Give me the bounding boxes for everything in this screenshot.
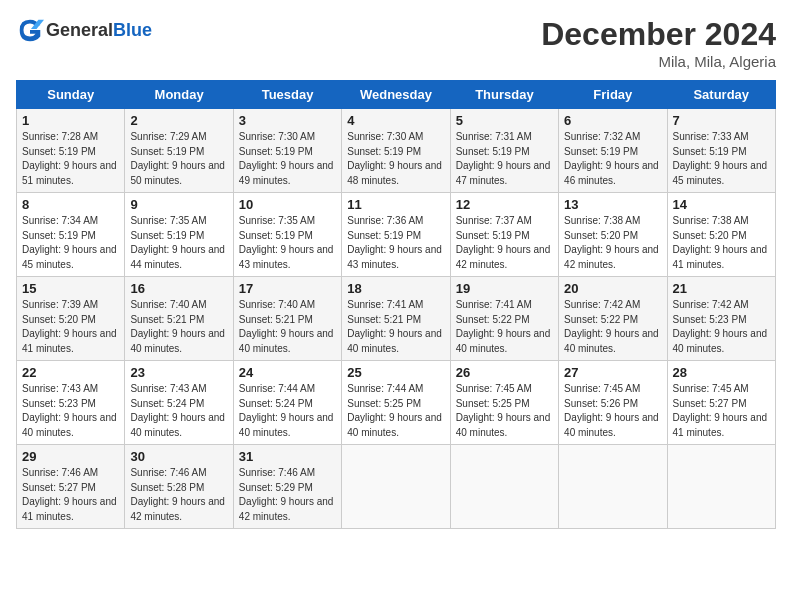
day-of-week-header: Saturday	[667, 81, 775, 109]
calendar-table: SundayMondayTuesdayWednesdayThursdayFrid…	[16, 80, 776, 529]
calendar-day-cell: 23Sunrise: 7:43 AMSunset: 5:24 PMDayligh…	[125, 361, 233, 445]
calendar-day-cell	[342, 445, 450, 529]
day-number: 9	[130, 197, 227, 212]
day-number: 18	[347, 281, 444, 296]
calendar-week-row: 22Sunrise: 7:43 AMSunset: 5:23 PMDayligh…	[17, 361, 776, 445]
day-of-week-header: Sunday	[17, 81, 125, 109]
day-info: Sunrise: 7:37 AMSunset: 5:19 PMDaylight:…	[456, 214, 553, 272]
header: GeneralBlue December 2024 Mila, Mila, Al…	[16, 16, 776, 70]
calendar-day-cell: 29Sunrise: 7:46 AMSunset: 5:27 PMDayligh…	[17, 445, 125, 529]
calendar-day-cell: 9Sunrise: 7:35 AMSunset: 5:19 PMDaylight…	[125, 193, 233, 277]
day-info: Sunrise: 7:38 AMSunset: 5:20 PMDaylight:…	[564, 214, 661, 272]
calendar-day-cell: 8Sunrise: 7:34 AMSunset: 5:19 PMDaylight…	[17, 193, 125, 277]
calendar-day-cell	[450, 445, 558, 529]
day-number: 25	[347, 365, 444, 380]
day-number: 29	[22, 449, 119, 464]
day-info: Sunrise: 7:45 AMSunset: 5:26 PMDaylight:…	[564, 382, 661, 440]
day-info: Sunrise: 7:46 AMSunset: 5:28 PMDaylight:…	[130, 466, 227, 524]
day-info: Sunrise: 7:34 AMSunset: 5:19 PMDaylight:…	[22, 214, 119, 272]
day-number: 1	[22, 113, 119, 128]
calendar-day-cell: 4Sunrise: 7:30 AMSunset: 5:19 PMDaylight…	[342, 109, 450, 193]
calendar-day-cell	[559, 445, 667, 529]
day-number: 12	[456, 197, 553, 212]
day-number: 28	[673, 365, 770, 380]
day-number: 23	[130, 365, 227, 380]
day-info: Sunrise: 7:32 AMSunset: 5:19 PMDaylight:…	[564, 130, 661, 188]
calendar-day-cell: 6Sunrise: 7:32 AMSunset: 5:19 PMDaylight…	[559, 109, 667, 193]
day-number: 10	[239, 197, 336, 212]
day-number: 15	[22, 281, 119, 296]
calendar-day-cell: 12Sunrise: 7:37 AMSunset: 5:19 PMDayligh…	[450, 193, 558, 277]
day-number: 19	[456, 281, 553, 296]
calendar-week-row: 29Sunrise: 7:46 AMSunset: 5:27 PMDayligh…	[17, 445, 776, 529]
day-of-week-header: Tuesday	[233, 81, 341, 109]
day-number: 7	[673, 113, 770, 128]
calendar-day-cell: 22Sunrise: 7:43 AMSunset: 5:23 PMDayligh…	[17, 361, 125, 445]
day-number: 6	[564, 113, 661, 128]
calendar-week-row: 1Sunrise: 7:28 AMSunset: 5:19 PMDaylight…	[17, 109, 776, 193]
day-number: 2	[130, 113, 227, 128]
day-info: Sunrise: 7:29 AMSunset: 5:19 PMDaylight:…	[130, 130, 227, 188]
calendar-week-row: 8Sunrise: 7:34 AMSunset: 5:19 PMDaylight…	[17, 193, 776, 277]
day-info: Sunrise: 7:40 AMSunset: 5:21 PMDaylight:…	[130, 298, 227, 356]
calendar-day-cell: 26Sunrise: 7:45 AMSunset: 5:25 PMDayligh…	[450, 361, 558, 445]
day-info: Sunrise: 7:36 AMSunset: 5:19 PMDaylight:…	[347, 214, 444, 272]
month-title: December 2024	[541, 16, 776, 53]
calendar-day-cell: 24Sunrise: 7:44 AMSunset: 5:24 PMDayligh…	[233, 361, 341, 445]
day-info: Sunrise: 7:35 AMSunset: 5:19 PMDaylight:…	[239, 214, 336, 272]
day-number: 4	[347, 113, 444, 128]
calendar-day-cell: 2Sunrise: 7:29 AMSunset: 5:19 PMDaylight…	[125, 109, 233, 193]
day-number: 11	[347, 197, 444, 212]
day-of-week-header: Monday	[125, 81, 233, 109]
day-info: Sunrise: 7:46 AMSunset: 5:29 PMDaylight:…	[239, 466, 336, 524]
day-number: 14	[673, 197, 770, 212]
day-info: Sunrise: 7:43 AMSunset: 5:24 PMDaylight:…	[130, 382, 227, 440]
day-info: Sunrise: 7:30 AMSunset: 5:19 PMDaylight:…	[347, 130, 444, 188]
day-info: Sunrise: 7:30 AMSunset: 5:19 PMDaylight:…	[239, 130, 336, 188]
calendar-day-cell: 19Sunrise: 7:41 AMSunset: 5:22 PMDayligh…	[450, 277, 558, 361]
day-number: 22	[22, 365, 119, 380]
day-number: 17	[239, 281, 336, 296]
day-info: Sunrise: 7:43 AMSunset: 5:23 PMDaylight:…	[22, 382, 119, 440]
calendar-day-cell: 11Sunrise: 7:36 AMSunset: 5:19 PMDayligh…	[342, 193, 450, 277]
day-number: 24	[239, 365, 336, 380]
day-number: 8	[22, 197, 119, 212]
calendar-day-cell: 16Sunrise: 7:40 AMSunset: 5:21 PMDayligh…	[125, 277, 233, 361]
day-number: 13	[564, 197, 661, 212]
day-number: 31	[239, 449, 336, 464]
day-info: Sunrise: 7:38 AMSunset: 5:20 PMDaylight:…	[673, 214, 770, 272]
calendar-day-cell	[667, 445, 775, 529]
day-of-week-header: Thursday	[450, 81, 558, 109]
calendar-day-cell: 5Sunrise: 7:31 AMSunset: 5:19 PMDaylight…	[450, 109, 558, 193]
calendar-day-cell: 10Sunrise: 7:35 AMSunset: 5:19 PMDayligh…	[233, 193, 341, 277]
day-info: Sunrise: 7:46 AMSunset: 5:27 PMDaylight:…	[22, 466, 119, 524]
day-info: Sunrise: 7:41 AMSunset: 5:22 PMDaylight:…	[456, 298, 553, 356]
calendar-week-row: 15Sunrise: 7:39 AMSunset: 5:20 PMDayligh…	[17, 277, 776, 361]
day-number: 26	[456, 365, 553, 380]
day-info: Sunrise: 7:45 AMSunset: 5:25 PMDaylight:…	[456, 382, 553, 440]
day-info: Sunrise: 7:45 AMSunset: 5:27 PMDaylight:…	[673, 382, 770, 440]
day-info: Sunrise: 7:28 AMSunset: 5:19 PMDaylight:…	[22, 130, 119, 188]
title-area: December 2024 Mila, Mila, Algeria	[541, 16, 776, 70]
day-info: Sunrise: 7:35 AMSunset: 5:19 PMDaylight:…	[130, 214, 227, 272]
day-of-week-header: Friday	[559, 81, 667, 109]
day-number: 3	[239, 113, 336, 128]
calendar-day-cell: 25Sunrise: 7:44 AMSunset: 5:25 PMDayligh…	[342, 361, 450, 445]
calendar-day-cell: 7Sunrise: 7:33 AMSunset: 5:19 PMDaylight…	[667, 109, 775, 193]
calendar-day-cell: 20Sunrise: 7:42 AMSunset: 5:22 PMDayligh…	[559, 277, 667, 361]
calendar-header-row: SundayMondayTuesdayWednesdayThursdayFrid…	[17, 81, 776, 109]
calendar-day-cell: 14Sunrise: 7:38 AMSunset: 5:20 PMDayligh…	[667, 193, 775, 277]
day-info: Sunrise: 7:40 AMSunset: 5:21 PMDaylight:…	[239, 298, 336, 356]
day-number: 20	[564, 281, 661, 296]
calendar-day-cell: 18Sunrise: 7:41 AMSunset: 5:21 PMDayligh…	[342, 277, 450, 361]
day-info: Sunrise: 7:33 AMSunset: 5:19 PMDaylight:…	[673, 130, 770, 188]
day-number: 5	[456, 113, 553, 128]
logo: GeneralBlue	[16, 16, 152, 44]
calendar-day-cell: 21Sunrise: 7:42 AMSunset: 5:23 PMDayligh…	[667, 277, 775, 361]
calendar-day-cell: 30Sunrise: 7:46 AMSunset: 5:28 PMDayligh…	[125, 445, 233, 529]
calendar-day-cell: 17Sunrise: 7:40 AMSunset: 5:21 PMDayligh…	[233, 277, 341, 361]
calendar-day-cell: 28Sunrise: 7:45 AMSunset: 5:27 PMDayligh…	[667, 361, 775, 445]
calendar-day-cell: 3Sunrise: 7:30 AMSunset: 5:19 PMDaylight…	[233, 109, 341, 193]
day-of-week-header: Wednesday	[342, 81, 450, 109]
day-info: Sunrise: 7:42 AMSunset: 5:22 PMDaylight:…	[564, 298, 661, 356]
